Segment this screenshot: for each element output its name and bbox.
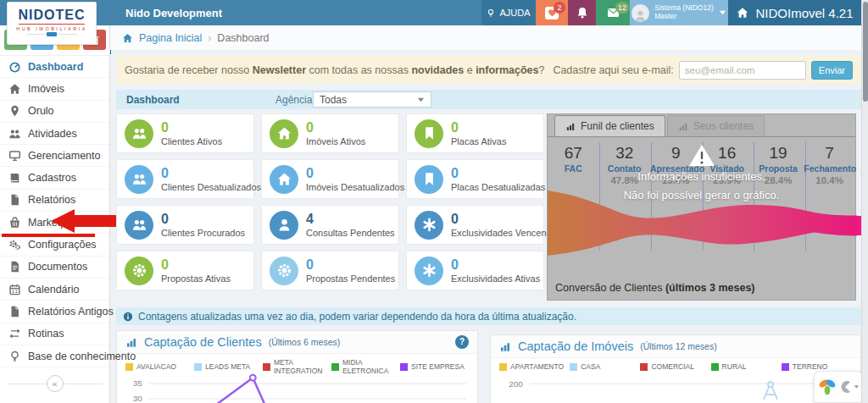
sidebar-item-orulo[interactable]: Orulo: [0, 101, 109, 123]
vertical-scrollbar[interactable]: [861, 0, 868, 403]
sidebar-item-label: Configurações: [28, 239, 97, 251]
home-icon: [122, 33, 133, 43]
sidebar-item-marketplace[interactable]: Marketplace: [0, 212, 109, 234]
tab-funil-de-clientes[interactable]: Funil de clientes: [554, 115, 665, 136]
sidebar-item-relatorios[interactable]: Relatórios: [0, 190, 109, 212]
bulb-icon: [8, 351, 21, 362]
stat-card-exclusividades-ativas[interactable]: 0Exclusividades Ativas: [406, 251, 544, 290]
sidebar-item-dashboard[interactable]: Dashboard: [0, 56, 109, 78]
stat-card-propostas-pendentes[interactable]: 0Propostas Pendentes: [261, 251, 399, 290]
stat-card-label: Placas Ativas: [451, 136, 506, 146]
stage-percent: 28.4%: [753, 174, 804, 186]
stat-card-imoveis-ativos[interactable]: 0Imóveis Ativos: [261, 113, 399, 153]
agency-selected-value: Todas: [320, 94, 347, 106]
sidebar-item-label: Atividades: [28, 128, 77, 140]
clients-chart-title: Captação de Clientes: [144, 335, 262, 349]
stat-card-value: 0: [161, 120, 222, 135]
doc-icon: [8, 261, 21, 273]
notifications-button[interactable]: [568, 0, 596, 25]
stage-value: 67: [548, 143, 598, 163]
chevron-down-icon: [719, 9, 726, 16]
funnel-stage-visitado: 16Visitado23.9%: [701, 143, 752, 186]
sidebar-item-relatorios-antigos[interactable]: Relatórios Antigos: [0, 301, 109, 323]
properties-chart-title: Captação de Imóveis: [518, 340, 633, 353]
file-icon: [8, 194, 21, 206]
sidebar-item-base-de-conhecimento[interactable]: Base de conhecimento: [0, 345, 109, 367]
sidebar-item-gerenciamento[interactable]: Gerenciamento: [0, 145, 109, 167]
tab-label: Funil de clientes: [581, 120, 654, 132]
stat-card-placas-desatualizadas[interactable]: 0Placas Desatualizadas: [406, 159, 544, 199]
legend-swatch: [782, 363, 789, 371]
newsletter-text: Gostaria de receber nosso Newsletter com…: [125, 64, 544, 76]
sidebar-item-configuracoes[interactable]: Configurações: [0, 234, 109, 256]
logo-subtitle: HUB IMOBILIARIA: [16, 26, 87, 31]
stage-value: 7: [804, 143, 854, 163]
funnel-stage-apresentado: 9Apresentado13.4%: [650, 143, 701, 186]
favorites-badge: 2: [554, 2, 565, 14]
chevron-down-icon: [417, 97, 425, 103]
stage-value: 32: [598, 143, 649, 163]
stat-card-label: Clientes Desatualizados: [161, 182, 261, 192]
sidebar-item-label: Calendário: [28, 284, 79, 295]
stat-card-consultas-pendentes[interactable]: 4Consultas Pendentes: [261, 205, 399, 245]
agency-select[interactable]: Todas: [313, 91, 431, 108]
arrows-icon: [8, 328, 21, 340]
annotation-underline-marketplace: [2, 234, 95, 237]
calendar-icon: [8, 284, 21, 295]
user-menu[interactable]: Sistema (NIDO12) Master: [630, 0, 728, 25]
svg-text:200: 200: [509, 379, 523, 389]
stat-card-label: Imóveis Ativos: [306, 136, 365, 146]
stat-card-clientes-ativos[interactable]: 0Clientes Ativos: [116, 113, 254, 153]
sidebar-item-label: Dashboard: [28, 61, 83, 73]
stat-card-value: 0: [161, 212, 245, 227]
stat-card-value: 0: [306, 166, 404, 181]
stat-card-label: Propostas Ativas: [161, 273, 231, 284]
user-role: Master: [654, 13, 713, 21]
company-logo[interactable]: NIDOTEC HUB IMOBILIARIA: [7, 2, 97, 45]
dashboard-bar-title: Dashboard: [126, 94, 180, 106]
messages-button[interactable]: 12: [596, 0, 630, 25]
breadcrumb-home-link[interactable]: Pagina Inicial: [139, 32, 202, 44]
sidebar: DashboardImóveisOruloAtividadesGerenciam…: [0, 25, 110, 403]
lightbulb-icon: [487, 8, 495, 19]
top-header: Nido Development AJUDA 2 12 Sistema (NID…: [0, 0, 868, 25]
stage-value: 16: [701, 143, 752, 163]
stat-card-clientes-procurados[interactable]: 0Clientes Procurados: [116, 205, 254, 245]
help-button[interactable]: AJUDA: [481, 0, 536, 25]
sidebar-collapse-button[interactable]: «: [47, 375, 64, 392]
sidebar-item-rotinas[interactable]: Rotinas: [0, 323, 109, 345]
stat-card-clientes-desatualizados[interactable]: 0Clientes Desatualizados: [116, 159, 254, 199]
funnel-stage-contato: 32Contato47.8%: [598, 143, 649, 186]
funnel-stage-proposta: 19Proposta28.4%: [753, 143, 804, 186]
sidebar-item-documentos[interactable]: Documentos: [0, 257, 109, 279]
chevron-down-icon: [854, 384, 860, 389]
home-icon: [8, 83, 21, 95]
newsletter-email-input[interactable]: [679, 61, 806, 80]
sidebar-item-calendario[interactable]: Calendário: [0, 279, 109, 301]
version-home-button[interactable]: NIDOImovel 4.21: [728, 0, 861, 25]
scrollbar-thumb[interactable]: [863, 2, 868, 102]
logo-byline: [26, 34, 77, 38]
stat-card-exclusividades-vencen[interactable]: 0Exclusividades Vencen...: [406, 205, 544, 245]
favorites-button[interactable]: 2: [536, 0, 568, 25]
legend-swatch: [640, 363, 648, 371]
tab-seus-clientes[interactable]: Seus clientes: [667, 115, 765, 136]
clients-chart-box: Captação de Clientes (Últimos 6 meses) ?…: [116, 330, 478, 403]
stat-card-label: Clientes Ativos: [161, 136, 222, 146]
stage-label: Visitado: [701, 163, 752, 174]
sidebar-item-cadastros[interactable]: Cadastros: [0, 167, 109, 189]
legend-item-comercial: COMERCIAL: [640, 362, 710, 371]
funnel-shape: [548, 190, 867, 256]
newsletter-submit-button[interactable]: Enviar: [811, 61, 853, 80]
stat-card-imoveis-desatualizados[interactable]: 0Imóveis Desatualizados: [261, 159, 399, 199]
stat-card-propostas-ativas[interactable]: 0Propostas Ativas: [116, 251, 254, 290]
clients-chart-subtitle: (Últimos 6 meses): [269, 337, 341, 347]
stat-card-placas-ativas[interactable]: 0Placas Ativas: [406, 113, 544, 153]
app-name: Nido Development: [110, 0, 222, 25]
chart-bars-icon: [678, 122, 688, 131]
chat-widget[interactable]: [814, 371, 863, 403]
stage-label: Proposta: [753, 163, 804, 174]
help-circle-icon[interactable]: ?: [455, 335, 469, 349]
sidebar-item-atividades[interactable]: Atividades: [0, 123, 109, 145]
sidebar-item-imoveis[interactable]: Imóveis: [0, 78, 109, 100]
